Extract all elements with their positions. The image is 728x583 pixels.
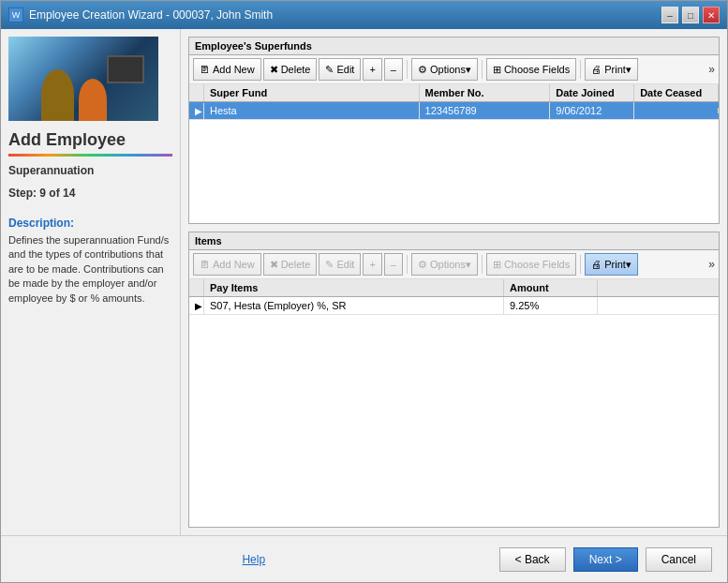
superfunds-edit-button[interactable]: ✎ Edit xyxy=(319,58,361,81)
delete-icon: ✖ xyxy=(270,64,278,76)
restore-button[interactable]: □ xyxy=(682,7,699,23)
plus-icon: + xyxy=(369,64,375,75)
print-icon: 🖨 xyxy=(591,259,602,270)
superfunds-add-new-button[interactable]: 🖹 Add New xyxy=(193,58,261,81)
superfunds-row-0-ceased xyxy=(634,108,719,113)
superfunds-print-button[interactable]: 🖨 Print▾ xyxy=(585,58,638,81)
items-toolbar: 🖹 Add New ✖ Delete ✎ Edit + xyxy=(189,250,719,279)
cancel-button[interactable]: Cancel xyxy=(646,547,712,572)
gear-icon: ⚙ xyxy=(418,259,427,271)
person1-decoration xyxy=(41,69,74,121)
description-heading: Description: xyxy=(8,217,172,230)
items-indicator-header xyxy=(189,279,204,296)
person2-decoration xyxy=(79,79,107,121)
delete-icon: ✖ xyxy=(270,259,278,271)
title-bar: W Employee Creation Wizard - 000037, Joh… xyxy=(1,1,727,29)
items-col-payitem: Pay Items xyxy=(204,279,504,296)
plus-icon: + xyxy=(369,259,375,270)
rainbow-divider xyxy=(8,154,172,157)
add-icon: 🖹 xyxy=(200,64,210,75)
table-icon: ⊞ xyxy=(493,64,501,76)
items-row-0-amount: 9.25% xyxy=(504,297,598,314)
superfunds-row-0-name: Hesta xyxy=(204,102,420,119)
add-employee-heading: Add Employee xyxy=(8,130,172,150)
superfunds-minus-button[interactable]: – xyxy=(384,58,403,81)
items-grid-header: Pay Items Amount xyxy=(189,279,719,297)
right-panel: Employee's Superfunds 🖹 Add New ✖ Delete… xyxy=(181,29,727,535)
items-print-button[interactable]: 🖨 Print▾ xyxy=(585,253,638,276)
content-area: Add Employee Superannuation Step: 9 of 1… xyxy=(1,29,727,535)
back-button[interactable]: < Back xyxy=(499,547,566,572)
superfunds-col-member: Member No. xyxy=(420,84,551,101)
items-row-0-payitem: S07, Hesta (Employer) %, SR xyxy=(204,297,504,314)
title-bar-buttons: – □ ✕ xyxy=(661,7,720,23)
items-delete-button[interactable]: ✖ Delete xyxy=(263,253,318,276)
description-text: Defines the superannuation Fund/s and th… xyxy=(8,233,172,306)
items-section: Items 🖹 Add New ✖ Delete ✎ Edit xyxy=(188,232,720,528)
edit-icon: ✎ xyxy=(325,64,334,76)
items-choose-fields-button[interactable]: ⊞ Choose Fields xyxy=(486,253,576,276)
superfunds-col-ceased: Date Ceased xyxy=(634,84,719,101)
items-minus-button[interactable]: – xyxy=(384,253,403,276)
superfunds-section: Employee's Superfunds 🖹 Add New ✖ Delete… xyxy=(188,37,720,224)
toolbar-separator-2 xyxy=(482,60,483,79)
left-panel: Add Employee Superannuation Step: 9 of 1… xyxy=(1,29,181,535)
superfunds-col-name: Super Fund xyxy=(204,84,420,101)
close-button[interactable]: ✕ xyxy=(703,7,720,23)
employee-photo xyxy=(8,37,158,121)
toolbar-separator-1 xyxy=(407,60,408,79)
section-label: Superannuation xyxy=(8,164,172,177)
print-icon: 🖨 xyxy=(591,64,602,75)
items-grid: Pay Items Amount ▶ S07, Hesta (Employer)… xyxy=(189,279,719,527)
items-plus-button[interactable]: + xyxy=(363,253,381,276)
superfunds-toolbar: 🖹 Add New ✖ Delete ✎ Edit + xyxy=(189,55,719,84)
minus-icon: – xyxy=(391,259,396,270)
toolbar-separator-3 xyxy=(580,60,581,79)
superfunds-col-joined: Date Joined xyxy=(550,84,634,101)
next-button[interactable]: Next > xyxy=(573,547,638,572)
window-icon: W xyxy=(8,7,23,22)
monitor-decoration xyxy=(107,55,144,83)
gear-icon: ⚙ xyxy=(418,64,427,76)
superfunds-grid: Super Fund Member No. Date Joined Date C… xyxy=(189,84,719,223)
items-header: Items xyxy=(189,232,719,250)
items-col-amount: Amount xyxy=(504,279,598,296)
minus-icon: – xyxy=(391,64,396,75)
superfunds-grid-header: Super Fund Member No. Date Joined Date C… xyxy=(189,84,719,102)
items-separator-1 xyxy=(407,255,408,274)
items-separator-2 xyxy=(482,255,483,274)
items-add-new-button[interactable]: 🖹 Add New xyxy=(193,253,261,276)
superfunds-row-0-joined: 9/06/2012 xyxy=(550,102,634,119)
superfunds-row-0-member: 123456789 xyxy=(420,102,551,119)
items-toolbar-more[interactable]: » xyxy=(708,258,715,271)
superfunds-row-0[interactable]: ▶ Hesta 123456789 9/06/2012 xyxy=(189,102,719,120)
items-edit-button[interactable]: ✎ Edit xyxy=(319,253,361,276)
items-row-0-indicator: ▶ xyxy=(189,298,204,314)
superfunds-indicator-header xyxy=(189,84,204,101)
table-icon: ⊞ xyxy=(493,259,501,271)
superfunds-choose-fields-button[interactable]: ⊞ Choose Fields xyxy=(486,58,576,81)
items-options-button[interactable]: ⚙ Options▾ xyxy=(411,253,478,276)
footer: Help < Back Next > Cancel xyxy=(1,535,727,582)
superfunds-options-button[interactable]: ⚙ Options▾ xyxy=(411,58,478,81)
items-separator-3 xyxy=(580,255,581,274)
superfunds-plus-button[interactable]: + xyxy=(363,58,381,81)
superfunds-row-0-indicator: ▶ xyxy=(189,103,204,119)
step-label: Step: 9 of 14 xyxy=(8,187,172,200)
items-row-0[interactable]: ▶ S07, Hesta (Employer) %, SR 9.25% xyxy=(189,297,719,315)
edit-icon: ✎ xyxy=(325,259,334,271)
main-window: W Employee Creation Wizard - 000037, Joh… xyxy=(0,0,728,583)
superfunds-toolbar-more[interactable]: » xyxy=(708,63,715,76)
window-title: Employee Creation Wizard - 000037, John … xyxy=(29,8,273,22)
help-link[interactable]: Help xyxy=(242,553,265,566)
superfunds-delete-button[interactable]: ✖ Delete xyxy=(263,58,318,81)
add-icon: 🖹 xyxy=(200,259,210,270)
minimize-button[interactable]: – xyxy=(661,7,678,23)
superfunds-header: Employee's Superfunds xyxy=(189,37,719,55)
